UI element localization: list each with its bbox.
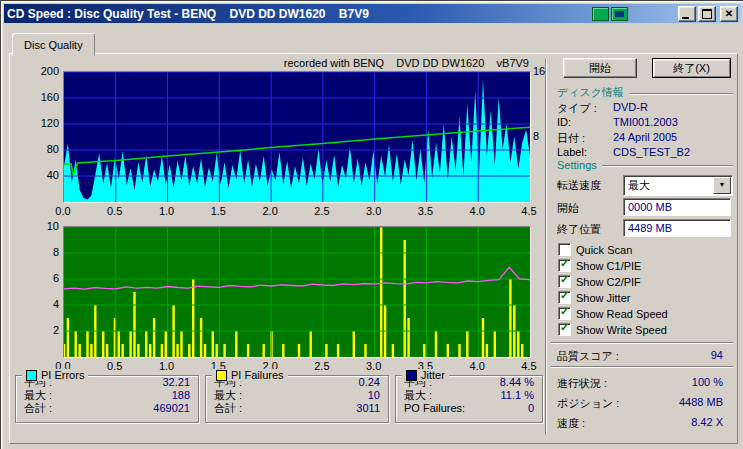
stat-value: 3011 xyxy=(356,402,380,415)
titlebar-disc-icon[interactable] xyxy=(611,7,628,21)
y-axis-tick: 120 xyxy=(27,117,59,129)
x-axis-tick: 0.0 xyxy=(48,205,78,217)
chevron-down-icon[interactable]: ▼ xyxy=(713,177,731,194)
exit-button[interactable]: 終了(X) xyxy=(652,58,731,78)
check-icon: ✓ xyxy=(560,321,569,334)
stat-label: 最大 : xyxy=(24,389,52,402)
stat-value: 8.44 % xyxy=(500,376,534,389)
check-icon: ✓ xyxy=(560,273,569,286)
checkbox-label: Show C2/PIF xyxy=(576,276,641,288)
transfer-speed-select[interactable]: 最大 ▼ xyxy=(623,175,733,196)
titlebar-graph-icon[interactable] xyxy=(592,7,609,21)
checkbox-label: Show Jitter xyxy=(576,292,630,304)
close-button[interactable]: ✕ xyxy=(720,6,738,22)
y-axis-tick: 4 xyxy=(27,298,59,310)
y-axis-right-tick: 16 xyxy=(533,65,553,77)
maximize-button[interactable] xyxy=(698,6,716,22)
y-axis-tick: 10 xyxy=(27,220,59,232)
start-position-input[interactable]: 0000 MB xyxy=(623,198,731,216)
checkbox-box: ✓ xyxy=(558,275,571,288)
row-label: 日付 : xyxy=(557,131,613,146)
progress-value: 100 % xyxy=(692,376,723,391)
row-label: 品質スコア : xyxy=(557,349,619,364)
row-label: 速度 : xyxy=(557,416,585,431)
stat-row: 合計 :3011 xyxy=(206,402,388,415)
stat-row: 合計 :469021 xyxy=(16,402,198,415)
start-button[interactable]: 開始 xyxy=(563,58,637,78)
progress-row: 進行状況 :100 % xyxy=(557,376,723,391)
stat-row: 最大 :10 xyxy=(206,389,388,402)
checkbox-label: Show C1/PIE xyxy=(576,260,641,272)
stat-value: 188 xyxy=(172,389,190,402)
checkbox-box: ✓ xyxy=(558,323,571,336)
pi-failures-swatch xyxy=(216,370,227,381)
stat-label: 最大 : xyxy=(404,389,432,402)
stat-label: 合計 : xyxy=(24,402,52,415)
checkbox-show-c2-pif[interactable]: ✓Show C2/PIF xyxy=(558,275,641,288)
row-value: DVD-R xyxy=(613,101,648,116)
app-window: CD Speed : Disc Quality Test - BENQ DVD … xyxy=(0,0,743,449)
checkbox-box: ✓ xyxy=(558,291,571,304)
graph-icon xyxy=(592,7,609,21)
x-axis-tick: 3.0 xyxy=(359,205,389,217)
end-position-input[interactable]: 4489 MB xyxy=(623,219,731,237)
y-axis-tick: 2 xyxy=(27,324,59,336)
x-axis-tick: 3.5 xyxy=(410,205,440,217)
stat-label: 合計 : xyxy=(214,402,242,415)
pi-errors-swatch xyxy=(26,370,37,381)
x-axis-tick: 1.0 xyxy=(152,360,182,372)
disc-id-row: ID:TMI001.2003 xyxy=(557,116,733,128)
pi-failures-legend-label: PI Failures xyxy=(231,369,284,381)
checkbox-quick-scan[interactable]: Quick Scan xyxy=(558,243,632,256)
checkbox-box xyxy=(558,243,571,256)
close-icon: ✕ xyxy=(725,9,733,19)
checkbox-show-jitter[interactable]: ✓Show Jitter xyxy=(558,291,630,304)
y-axis-tick: 160 xyxy=(27,91,59,103)
checkbox-label: Show Read Speed xyxy=(576,308,668,320)
disc-label-row: Label:CDS_TEST_B2 xyxy=(557,146,733,158)
chart-header: recorded with BENQ DVD DD DW1620 vB7V9 xyxy=(63,57,529,69)
window-title: CD Speed : Disc Quality Test - BENQ DVD … xyxy=(7,7,590,21)
stat-value: 11.1 % xyxy=(501,389,534,402)
checkbox-show-write-speed[interactable]: ✓Show Write Speed xyxy=(558,323,667,336)
checkbox-show-c1-pie[interactable]: ✓Show C1/PIE xyxy=(558,259,641,272)
stat-value: 0 xyxy=(528,402,534,415)
settings-title: Settings xyxy=(557,159,597,171)
pi-errors-legend-label: PI Errors xyxy=(41,369,84,381)
stat-value: 32.21 xyxy=(162,376,190,389)
speed-row: 速度 :8.42 X xyxy=(557,416,723,431)
y-axis-tick: 200 xyxy=(27,65,59,77)
checkbox-box: ✓ xyxy=(558,307,571,320)
disc-type-row: タイプ :DVD-R xyxy=(557,101,733,116)
checkbox-label: Quick Scan xyxy=(576,244,632,256)
checkbox-show-read-speed[interactable]: ✓Show Read Speed xyxy=(558,307,668,320)
y-axis-tick: 6 xyxy=(27,272,59,284)
tab-disc-quality[interactable]: Disc Quality xyxy=(12,33,95,56)
stat-value: 10 xyxy=(368,389,380,402)
pi-errors-chart[interactable] xyxy=(63,71,531,203)
quality-score-value: 94 xyxy=(711,349,723,364)
stat-row: 最大 :188 xyxy=(16,389,198,402)
x-axis-tick: 0.5 xyxy=(100,360,130,372)
jitter-stats-group: Jitter 平均 :8.44 % 最大 :11.1 % PO Failures… xyxy=(395,375,543,423)
checkbox-box: ✓ xyxy=(558,259,571,272)
checkbox-label: Show Write Speed xyxy=(576,324,667,336)
x-axis-tick: 1.0 xyxy=(152,205,182,217)
titlebar[interactable]: CD Speed : Disc Quality Test - BENQ DVD … xyxy=(4,4,741,23)
minimize-button[interactable] xyxy=(678,6,696,22)
position-value: 4488 MB xyxy=(679,396,723,411)
stat-row: PO Failures:0 xyxy=(396,402,542,415)
section-rule xyxy=(629,93,733,95)
x-axis-tick: 2.0 xyxy=(255,205,285,217)
disc-date-row: 日付 :24 April 2005 xyxy=(557,131,733,146)
x-axis-tick: 3.0 xyxy=(359,360,389,372)
transfer-speed-label: 転送速度 xyxy=(557,178,601,193)
maximize-icon xyxy=(702,9,712,19)
disc-icon xyxy=(611,7,628,21)
start-position-label: 開始 xyxy=(557,201,579,216)
row-value: CDS_TEST_B2 xyxy=(613,146,690,158)
stat-label: PO Failures: xyxy=(404,402,465,415)
speed-value: 8.42 X xyxy=(691,416,723,431)
pi-failures-chart[interactable] xyxy=(63,226,531,358)
disc-info-section-header: ディスク情報 xyxy=(557,85,733,100)
